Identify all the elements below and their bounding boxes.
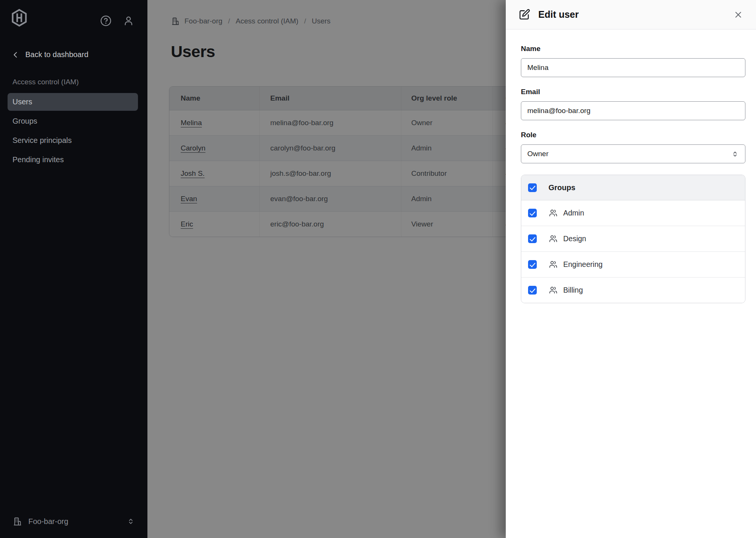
role-field-label: Role bbox=[521, 131, 745, 139]
back-to-dashboard-link[interactable]: Back to dashboard bbox=[11, 50, 88, 59]
edit-user-drawer: Edit user Name Email Role Owner bbox=[506, 0, 756, 538]
group-label: Billing bbox=[563, 286, 583, 295]
group-row-engineering: Engineering bbox=[521, 252, 745, 278]
sidebar-section-label: Access control (IAM) bbox=[12, 78, 79, 86]
account-icon[interactable] bbox=[122, 15, 135, 27]
role-select-value: Owner bbox=[527, 150, 548, 158]
name-input[interactable] bbox=[521, 58, 745, 77]
group-users-icon bbox=[548, 260, 558, 269]
chevron-left-icon bbox=[11, 51, 20, 59]
groups-select-all-checkbox[interactable] bbox=[528, 183, 537, 192]
org-switcher-label: Foo-bar-org bbox=[28, 517, 68, 526]
name-field-label: Name bbox=[521, 45, 745, 53]
sidebar-top-icons bbox=[100, 15, 135, 27]
group-label: Engineering bbox=[563, 260, 603, 269]
group-checkbox[interactable] bbox=[528, 234, 537, 243]
group-users-icon bbox=[548, 208, 558, 218]
app-window: Back to dashboard Access control (IAM) U… bbox=[0, 0, 756, 538]
org-switcher[interactable]: Foo-bar-org bbox=[8, 513, 140, 530]
group-checkbox[interactable] bbox=[528, 209, 537, 217]
sidebar-nav: UsersGroupsService principalsPending inv… bbox=[8, 93, 138, 169]
group-users-icon bbox=[548, 285, 558, 295]
help-icon[interactable] bbox=[100, 15, 112, 27]
close-drawer-button[interactable] bbox=[733, 10, 743, 20]
chevrons-up-down-icon bbox=[731, 150, 739, 158]
groups-panel-title: Groups bbox=[548, 183, 575, 192]
name-field-group: Name bbox=[521, 45, 745, 77]
drawer-body: Name Email Role Owner Groups AdminDesi bbox=[506, 29, 756, 303]
back-to-dashboard-label: Back to dashboard bbox=[25, 50, 88, 59]
group-users-icon bbox=[548, 234, 558, 243]
role-field-group: Role Owner bbox=[521, 131, 745, 163]
org-building-icon bbox=[12, 516, 22, 526]
sidebar: Back to dashboard Access control (IAM) U… bbox=[0, 0, 147, 538]
sidebar-item-pending-invites[interactable]: Pending invites bbox=[8, 151, 138, 169]
group-row-design: Design bbox=[521, 226, 745, 252]
drawer-title: Edit user bbox=[538, 9, 579, 20]
group-label: Admin bbox=[563, 209, 584, 217]
groups-panel: Groups AdminDesignEngineeringBilling bbox=[521, 175, 745, 303]
groups-list: AdminDesignEngineeringBilling bbox=[521, 200, 745, 303]
sidebar-item-service-principals[interactable]: Service principals bbox=[8, 132, 138, 149]
close-icon bbox=[733, 10, 743, 20]
sidebar-item-groups[interactable]: Groups bbox=[8, 112, 138, 130]
email-field-label: Email bbox=[521, 88, 745, 96]
sidebar-item-users[interactable]: Users bbox=[8, 93, 138, 111]
role-select[interactable]: Owner bbox=[521, 144, 745, 163]
group-checkbox[interactable] bbox=[528, 286, 537, 295]
modal-overlay bbox=[147, 0, 506, 538]
edit-icon bbox=[518, 8, 531, 21]
group-row-admin: Admin bbox=[521, 200, 745, 226]
group-label: Design bbox=[563, 234, 586, 243]
drawer-header: Edit user bbox=[506, 0, 756, 29]
group-row-billing: Billing bbox=[521, 278, 745, 303]
email-field-group: Email bbox=[521, 88, 745, 120]
group-checkbox[interactable] bbox=[528, 260, 537, 269]
chevrons-up-down-icon bbox=[127, 517, 135, 526]
groups-panel-header: Groups bbox=[521, 175, 745, 200]
hashicorp-logo-icon bbox=[10, 9, 28, 27]
email-input[interactable] bbox=[521, 101, 745, 120]
